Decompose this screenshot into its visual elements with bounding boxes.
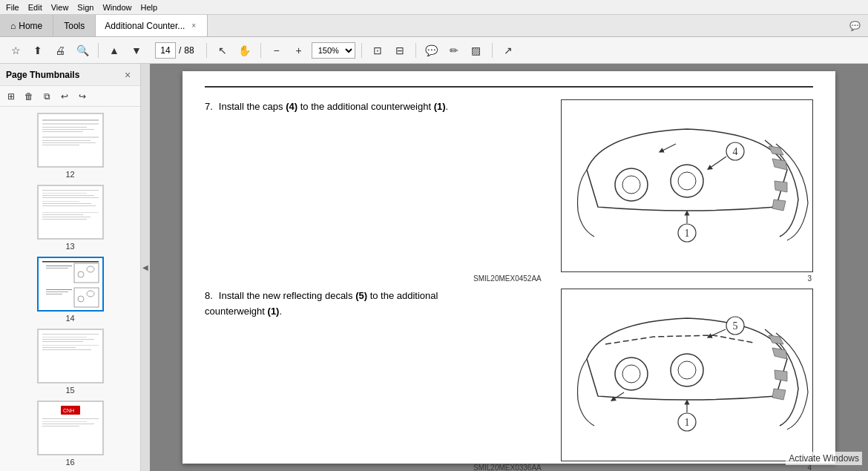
step-7-text-middle: to the additional counterweight (297, 101, 434, 112)
sidebar: Page Thumbnails × ⊞ 🗑 ⧉ ↩ ↪ (0, 64, 141, 471)
menu-sign[interactable]: Sign (77, 3, 93, 12)
step-7-row: 7.Install the caps (4) to the additional… (205, 99, 813, 283)
sidebar-pages-button[interactable]: ⧉ (39, 88, 55, 105)
sidebar-toolbar: ⊞ 🗑 ⧉ ↩ ↪ (0, 86, 140, 107)
fit-page-button[interactable]: ⊡ (368, 41, 387, 60)
menu-file[interactable]: File (6, 3, 19, 12)
thumb-svg-14 (39, 258, 102, 310)
step-8-ref5: (5) (355, 290, 367, 301)
svg-rect-30 (46, 292, 68, 292)
step-8-figure-id: SMIL20MEX0336AA (473, 464, 542, 471)
svg-rect-15 (42, 201, 79, 202)
svg-rect-40 (42, 345, 99, 346)
svg-text:1: 1 (685, 417, 690, 428)
sidebar-grid-button[interactable]: ⊞ (3, 88, 19, 105)
hand-tool-button[interactable]: ✋ (235, 41, 254, 60)
step-7-paragraph: 7.Install the caps (4) to the additional… (205, 99, 457, 115)
next-page-button[interactable]: ▼ (127, 41, 146, 60)
thumb-label-16: 16 (65, 458, 74, 467)
svg-rect-29 (46, 289, 72, 290)
svg-point-71 (678, 361, 696, 379)
separator-2 (206, 43, 207, 58)
sidebar-trash-button[interactable]: 🗑 (21, 88, 37, 105)
sidebar-close-button[interactable]: × (121, 68, 134, 82)
separator-6 (492, 43, 493, 58)
section-divider (205, 86, 813, 88)
zoom-out-button[interactable]: − (267, 41, 286, 60)
tab-document-label: Additional Counter... (105, 21, 185, 31)
thumbnail-12[interactable]: 12 (37, 113, 104, 179)
step-7-ref4: (4) (286, 101, 297, 112)
step-8-text-before: Install the new reflecting decals (219, 290, 355, 301)
menu-help[interactable]: Help (141, 3, 158, 12)
svg-rect-7 (42, 140, 91, 141)
thumb-svg-15 (39, 330, 102, 382)
sidebar-title: Page Thumbnails (6, 70, 79, 80)
tab-home[interactable]: ⌂ Home (0, 15, 53, 36)
zoom-in-button[interactable]: + (289, 41, 309, 60)
thumb-svg-16: CNH (39, 402, 102, 454)
sidebar-header: Page Thumbnails × (0, 64, 140, 86)
search-button[interactable]: 🔍 (73, 41, 92, 60)
prev-page-button[interactable]: ▲ (105, 41, 124, 60)
thumbnail-14[interactable]: 14 (37, 257, 104, 323)
hand-icon: ✋ (238, 45, 251, 56)
sidebar-undo-button[interactable]: ↩ (56, 88, 73, 105)
page-separator: / (179, 45, 181, 56)
svg-rect-41 (42, 347, 76, 348)
bookmark-button[interactable]: ☆ (6, 41, 25, 60)
highlight-button[interactable]: ▨ (467, 41, 486, 60)
tab-document[interactable]: Additional Counter... × (96, 15, 208, 36)
fit-width-button[interactable]: ⊟ (390, 41, 410, 60)
step-8-row: 8.Install the new reflecting decals (5) … (205, 289, 813, 471)
highlight-icon: ▨ (471, 45, 481, 56)
svg-rect-47 (42, 421, 87, 422)
draw-icon: ✏ (450, 45, 458, 56)
sidebar-redo-button[interactable]: ↪ (74, 88, 91, 105)
menu-edit[interactable]: Edit (28, 3, 42, 12)
print-button[interactable]: 🖨 (50, 41, 70, 60)
step-7-number: 7. (205, 101, 213, 112)
step-7-text: 7.Install the caps (4) to the additional… (205, 99, 457, 115)
thumb-img-14 (37, 257, 104, 312)
step-8-caption: SMIL20MEX0336AA 4 (472, 464, 813, 471)
svg-rect-11 (42, 190, 99, 191)
svg-rect-8 (42, 142, 96, 143)
step-7-figure-id: SMIL20MEX0452AA (473, 274, 542, 283)
menu-window[interactable]: Window (102, 3, 131, 12)
step-8-figure: 5 1 SMIL20MEX0336AA 4 (472, 289, 813, 471)
svg-rect-19 (42, 214, 83, 215)
svg-rect-14 (42, 197, 99, 198)
step-8-figure-box: 5 1 (561, 289, 813, 461)
thumbnail-13[interactable]: 13 (37, 185, 104, 251)
svg-rect-48 (42, 424, 94, 424)
comment-button[interactable]: 💬 (422, 41, 441, 60)
menu-bar: File Edit View Sign Window Help (0, 0, 868, 15)
page-number-input[interactable] (155, 42, 176, 59)
svg-rect-2 (42, 123, 99, 125)
step-7-svg: 4 1 (565, 103, 809, 266)
tab-tools[interactable]: Tools (53, 15, 96, 36)
cursor-tool-button[interactable]: ↖ (213, 41, 232, 60)
draw-button[interactable]: ✏ (444, 41, 464, 60)
upload-button[interactable]: ⬆ (28, 41, 47, 60)
svg-rect-25 (46, 268, 68, 269)
svg-point-57 (622, 176, 640, 194)
share-button[interactable]: ↗ (499, 41, 518, 60)
menu-view[interactable]: View (51, 3, 69, 12)
svg-rect-13 (42, 195, 94, 196)
fit-page-icon: ⊡ (373, 45, 382, 56)
tab-tools-label: Tools (64, 21, 85, 31)
thumbnail-16[interactable]: CNH 16 (37, 401, 104, 467)
bookmark-icon: ☆ (11, 45, 21, 56)
chat-icon-button[interactable]: 💬 (842, 15, 868, 36)
tab-close-button[interactable]: × (189, 21, 198, 30)
thumbnail-15[interactable]: 15 (37, 329, 104, 395)
step-7-text-end: . (446, 101, 449, 112)
zoom-select[interactable]: 150% 100% 75% 50% 200% (312, 42, 355, 59)
sidebar-collapse-button[interactable]: ◀ (141, 64, 150, 471)
svg-rect-12 (42, 193, 87, 194)
thumb-img-12 (37, 113, 104, 168)
svg-rect-35 (39, 330, 102, 382)
step-7-caption: SMIL20MEX0452AA 3 (472, 274, 813, 283)
